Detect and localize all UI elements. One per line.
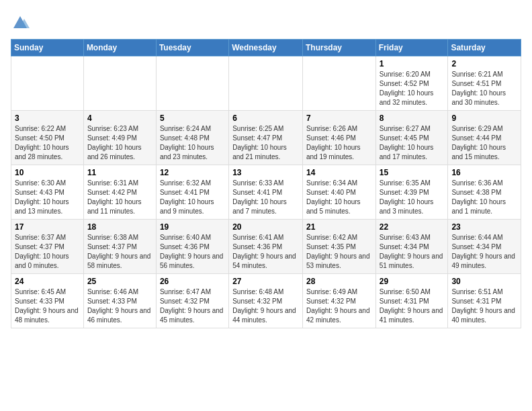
day-cell: 4Sunrise: 6:23 AM Sunset: 4:49 PM Daylig… xyxy=(83,111,156,165)
day-cell: 28Sunrise: 6:49 AM Sunset: 4:32 PM Dayli… xyxy=(302,274,375,328)
header-row: SundayMondayTuesdayWednesdayThursdayFrid… xyxy=(11,40,521,56)
day-number: 26 xyxy=(160,277,225,286)
logo xyxy=(11,13,32,32)
day-cell: 7Sunrise: 6:26 AM Sunset: 4:46 PM Daylig… xyxy=(302,111,375,165)
day-header-thursday: Thursday xyxy=(302,40,375,56)
day-number: 19 xyxy=(160,222,225,232)
day-number: 8 xyxy=(380,113,445,123)
day-number: 29 xyxy=(380,277,445,286)
day-number: 9 xyxy=(451,113,517,123)
day-number: 16 xyxy=(451,168,517,177)
day-info: Sunrise: 6:50 AM Sunset: 4:31 PM Dayligh… xyxy=(380,287,445,325)
day-info: Sunrise: 6:51 AM Sunset: 4:31 PM Dayligh… xyxy=(451,287,517,325)
day-info: Sunrise: 6:40 AM Sunset: 4:36 PM Dayligh… xyxy=(160,233,225,271)
day-header-wednesday: Wednesday xyxy=(229,40,303,56)
day-info: Sunrise: 6:25 AM Sunset: 4:47 PM Dayligh… xyxy=(232,124,299,162)
day-info: Sunrise: 6:37 AM Sunset: 4:37 PM Dayligh… xyxy=(15,233,80,271)
day-cell: 5Sunrise: 6:24 AM Sunset: 4:48 PM Daylig… xyxy=(156,111,228,165)
week-row-5: 24Sunrise: 6:45 AM Sunset: 4:33 PM Dayli… xyxy=(11,274,521,328)
day-header-monday: Monday xyxy=(83,40,156,56)
day-cell: 18Sunrise: 6:38 AM Sunset: 4:37 PM Dayli… xyxy=(83,220,156,274)
day-number: 14 xyxy=(306,168,372,177)
day-cell: 13Sunrise: 6:33 AM Sunset: 4:41 PM Dayli… xyxy=(229,165,303,220)
day-info: Sunrise: 6:45 AM Sunset: 4:33 PM Dayligh… xyxy=(15,287,80,325)
day-number: 4 xyxy=(87,113,152,123)
day-info: Sunrise: 6:44 AM Sunset: 4:34 PM Dayligh… xyxy=(451,233,517,271)
day-info: Sunrise: 6:41 AM Sunset: 4:36 PM Dayligh… xyxy=(232,233,299,271)
day-number: 10 xyxy=(15,168,80,177)
day-cell: 14Sunrise: 6:34 AM Sunset: 4:40 PM Dayli… xyxy=(302,165,375,220)
day-info: Sunrise: 6:36 AM Sunset: 4:38 PM Dayligh… xyxy=(451,179,517,216)
day-info: Sunrise: 6:48 AM Sunset: 4:32 PM Dayligh… xyxy=(232,287,299,325)
week-row-1: 1Sunrise: 6:20 AM Sunset: 4:52 PM Daylig… xyxy=(11,56,521,111)
day-cell: 20Sunrise: 6:41 AM Sunset: 4:36 PM Dayli… xyxy=(229,220,303,274)
day-cell xyxy=(156,56,228,111)
day-header-sunday: Sunday xyxy=(11,40,84,56)
day-info: Sunrise: 6:24 AM Sunset: 4:48 PM Dayligh… xyxy=(160,124,225,162)
day-cell: 9Sunrise: 6:29 AM Sunset: 4:44 PM Daylig… xyxy=(448,111,521,165)
day-cell: 25Sunrise: 6:46 AM Sunset: 4:33 PM Dayli… xyxy=(83,274,156,328)
day-header-saturday: Saturday xyxy=(448,40,521,56)
day-info: Sunrise: 6:46 AM Sunset: 4:33 PM Dayligh… xyxy=(87,287,152,325)
day-cell: 30Sunrise: 6:51 AM Sunset: 4:31 PM Dayli… xyxy=(448,274,521,328)
day-info: Sunrise: 6:43 AM Sunset: 4:34 PM Dayligh… xyxy=(380,233,445,271)
day-info: Sunrise: 6:35 AM Sunset: 4:39 PM Dayligh… xyxy=(380,179,445,216)
day-number: 30 xyxy=(451,277,517,286)
day-number: 13 xyxy=(232,168,299,177)
day-cell xyxy=(302,56,375,111)
day-cell: 1Sunrise: 6:20 AM Sunset: 4:52 PM Daylig… xyxy=(375,56,448,111)
day-info: Sunrise: 6:33 AM Sunset: 4:41 PM Dayligh… xyxy=(232,179,299,216)
week-row-2: 3Sunrise: 6:22 AM Sunset: 4:50 PM Daylig… xyxy=(11,111,521,165)
header xyxy=(11,11,521,32)
calendar-table: SundayMondayTuesdayWednesdayThursdayFrid… xyxy=(11,39,521,328)
day-info: Sunrise: 6:26 AM Sunset: 4:46 PM Dayligh… xyxy=(306,124,372,162)
day-cell: 29Sunrise: 6:50 AM Sunset: 4:31 PM Dayli… xyxy=(375,274,448,328)
day-info: Sunrise: 6:42 AM Sunset: 4:35 PM Dayligh… xyxy=(306,233,372,271)
day-number: 22 xyxy=(380,222,445,232)
day-number: 23 xyxy=(451,222,517,232)
day-number: 24 xyxy=(15,277,80,286)
day-cell: 2Sunrise: 6:21 AM Sunset: 4:51 PM Daylig… xyxy=(448,56,521,111)
day-number: 3 xyxy=(15,113,80,123)
day-cell: 3Sunrise: 6:22 AM Sunset: 4:50 PM Daylig… xyxy=(11,111,84,165)
day-info: Sunrise: 6:34 AM Sunset: 4:40 PM Dayligh… xyxy=(306,179,372,216)
day-number: 17 xyxy=(15,222,80,232)
day-number: 21 xyxy=(306,222,372,232)
day-cell: 12Sunrise: 6:32 AM Sunset: 4:41 PM Dayli… xyxy=(156,165,228,220)
day-info: Sunrise: 6:23 AM Sunset: 4:49 PM Dayligh… xyxy=(87,124,152,162)
day-number: 28 xyxy=(306,277,372,286)
day-number: 5 xyxy=(160,113,225,123)
day-number: 27 xyxy=(232,277,299,286)
logo-icon xyxy=(11,13,30,32)
day-number: 2 xyxy=(451,59,517,68)
day-cell: 17Sunrise: 6:37 AM Sunset: 4:37 PM Dayli… xyxy=(11,220,84,274)
day-cell: 10Sunrise: 6:30 AM Sunset: 4:43 PM Dayli… xyxy=(11,165,84,220)
day-number: 25 xyxy=(87,277,152,286)
day-cell: 11Sunrise: 6:31 AM Sunset: 4:42 PM Dayli… xyxy=(83,165,156,220)
day-number: 11 xyxy=(87,168,152,177)
day-number: 12 xyxy=(160,168,225,177)
day-cell: 21Sunrise: 6:42 AM Sunset: 4:35 PM Dayli… xyxy=(302,220,375,274)
day-info: Sunrise: 6:29 AM Sunset: 4:44 PM Dayligh… xyxy=(451,124,517,162)
day-header-tuesday: Tuesday xyxy=(156,40,228,56)
day-number: 1 xyxy=(380,59,445,68)
day-cell xyxy=(83,56,156,111)
day-number: 15 xyxy=(380,168,445,177)
day-info: Sunrise: 6:49 AM Sunset: 4:32 PM Dayligh… xyxy=(306,287,372,325)
day-info: Sunrise: 6:27 AM Sunset: 4:45 PM Dayligh… xyxy=(380,124,445,162)
day-cell: 8Sunrise: 6:27 AM Sunset: 4:45 PM Daylig… xyxy=(375,111,448,165)
day-info: Sunrise: 6:22 AM Sunset: 4:50 PM Dayligh… xyxy=(15,124,80,162)
day-header-friday: Friday xyxy=(375,40,448,56)
day-number: 6 xyxy=(232,113,299,123)
day-number: 20 xyxy=(232,222,299,232)
day-cell: 16Sunrise: 6:36 AM Sunset: 4:38 PM Dayli… xyxy=(448,165,521,220)
day-info: Sunrise: 6:31 AM Sunset: 4:42 PM Dayligh… xyxy=(87,179,152,216)
day-cell: 26Sunrise: 6:47 AM Sunset: 4:32 PM Dayli… xyxy=(156,274,228,328)
day-cell: 15Sunrise: 6:35 AM Sunset: 4:39 PM Dayli… xyxy=(375,165,448,220)
day-cell: 19Sunrise: 6:40 AM Sunset: 4:36 PM Dayli… xyxy=(156,220,228,274)
day-info: Sunrise: 6:20 AM Sunset: 4:52 PM Dayligh… xyxy=(380,70,445,107)
week-row-3: 10Sunrise: 6:30 AM Sunset: 4:43 PM Dayli… xyxy=(11,165,521,220)
day-info: Sunrise: 6:32 AM Sunset: 4:41 PM Dayligh… xyxy=(160,179,225,216)
day-info: Sunrise: 6:47 AM Sunset: 4:32 PM Dayligh… xyxy=(160,287,225,325)
day-cell: 24Sunrise: 6:45 AM Sunset: 4:33 PM Dayli… xyxy=(11,274,84,328)
